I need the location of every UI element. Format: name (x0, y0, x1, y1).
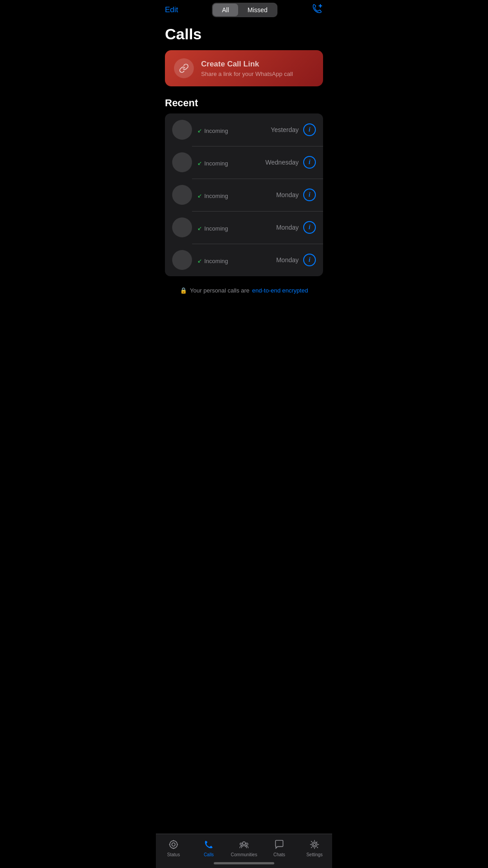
call-direction: ↙ Incoming (197, 160, 265, 167)
nav-bar: Edit All Missed (156, 0, 332, 22)
segment-control: All Missed (212, 3, 277, 17)
add-call-button[interactable] (311, 3, 323, 17)
call-info: ↙ Incoming (197, 256, 276, 264)
call-item: ↙ Incoming Monday i (165, 211, 323, 244)
avatar (172, 250, 192, 270)
encryption-notice: 🔒 Your personal calls are end-to-end enc… (156, 280, 332, 301)
call-time: Monday (276, 256, 299, 264)
call-meta: Monday i (276, 221, 316, 234)
call-time: Monday (276, 224, 299, 231)
call-info-button[interactable]: i (303, 156, 316, 169)
call-direction: ↙ Incoming (197, 225, 276, 232)
call-item: ↙ Incoming Yesterday i (165, 113, 323, 146)
call-meta: Monday i (276, 254, 316, 266)
call-time: Wednesday (265, 159, 299, 166)
call-item: ↙ Incoming Monday i (165, 244, 323, 276)
call-type: Incoming (204, 160, 228, 167)
call-info: ↙ Incoming (197, 126, 271, 134)
call-item: ↙ Incoming Monday i (165, 179, 323, 211)
call-meta: Monday i (276, 189, 316, 201)
call-meta: Wednesday i (265, 156, 316, 169)
call-info-button[interactable]: i (303, 254, 316, 266)
link-text-content: Create Call Link Share a link for your W… (201, 60, 293, 77)
call-type: Incoming (204, 225, 228, 232)
call-info-button[interactable]: i (303, 123, 316, 136)
create-call-link-card[interactable]: Create Call Link Share a link for your W… (165, 50, 323, 86)
link-icon (174, 58, 194, 78)
call-arrow-icon: ↙ (197, 225, 202, 231)
call-direction: ↙ Incoming (197, 127, 271, 134)
call-time: Yesterday (271, 126, 299, 133)
lock-icon: 🔒 (180, 287, 187, 294)
info-icon: i (309, 159, 310, 166)
call-direction: ↙ Incoming (197, 258, 276, 264)
add-call-icon (311, 3, 323, 14)
info-icon: i (309, 126, 310, 133)
call-item: ↙ Incoming Wednesday i (165, 146, 323, 179)
call-arrow-icon: ↙ (197, 258, 202, 264)
call-arrow-icon: ↙ (197, 160, 202, 166)
segment-missed[interactable]: Missed (239, 4, 277, 16)
info-icon: i (309, 191, 310, 198)
calls-list: ↙ Incoming Yesterday i ↙ Incoming (165, 113, 323, 276)
encryption-link[interactable]: end-to-end encrypted (252, 287, 308, 294)
page-title: Calls (156, 22, 332, 50)
link-subtitle: Share a link for your WhatsApp call (201, 71, 293, 77)
call-info-button[interactable]: i (303, 189, 316, 201)
info-icon: i (309, 224, 310, 231)
info-icon: i (309, 256, 310, 264)
link-title: Create Call Link (201, 60, 293, 69)
segment-all[interactable]: All (213, 4, 238, 16)
avatar (172, 217, 192, 237)
avatar (172, 152, 192, 172)
recent-section-header: Recent (156, 97, 332, 113)
call-arrow-icon: ↙ (197, 193, 202, 199)
avatar (172, 185, 192, 205)
call-meta: Yesterday i (271, 123, 316, 136)
call-arrow-icon: ↙ (197, 127, 202, 134)
call-direction: ↙ Incoming (197, 193, 276, 199)
call-type: Incoming (204, 193, 228, 199)
avatar (172, 120, 192, 140)
call-info: ↙ Incoming (197, 158, 265, 167)
call-info-button[interactable]: i (303, 221, 316, 234)
call-time: Monday (276, 191, 299, 198)
call-type: Incoming (204, 127, 228, 134)
call-info: ↙ Incoming (197, 191, 276, 199)
call-info: ↙ Incoming (197, 223, 276, 232)
edit-button[interactable]: Edit (165, 5, 178, 14)
call-type: Incoming (204, 258, 228, 264)
encryption-text: Your personal calls are (190, 287, 249, 294)
